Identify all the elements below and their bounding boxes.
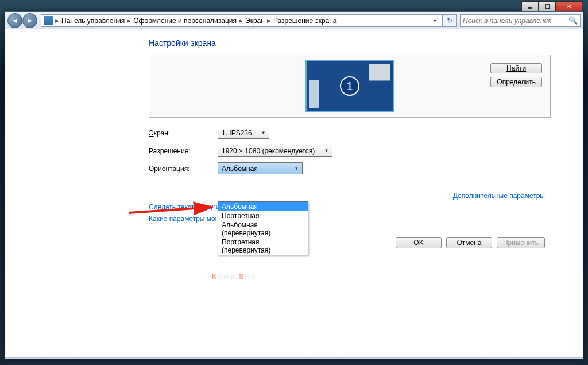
caption-buttons: ✕: [521, 1, 582, 11]
orientation-option[interactable]: Альбомная: [218, 202, 308, 211]
screen-combo-value: 1. IPS236: [222, 129, 252, 137]
refresh-button[interactable]: ↻: [443, 14, 457, 27]
breadcrumb-item[interactable]: Экран: [245, 17, 265, 25]
breadcrumb-item[interactable]: Разрешение экрана: [273, 17, 337, 25]
divider: [149, 231, 545, 231]
chevron-down-icon: ▼: [323, 147, 330, 154]
monitor-number: 1: [340, 76, 359, 96]
search-box[interactable]: 🔍: [460, 14, 581, 27]
ok-button[interactable]: OK: [396, 237, 442, 248]
text-size-link[interactable]: Сделать текст и другие: [149, 203, 223, 211]
orientation-combo[interactable]: Альбомная ▼: [218, 162, 303, 174]
content-area: Настройки экрана 1 Найти Определить Экра…: [5, 29, 583, 359]
navigation-bar: ◄ ► ▶ Панель управления ▶ Оформление и п…: [5, 12, 583, 29]
detect-button[interactable]: Определить: [490, 77, 542, 87]
orientation-label: Ориентация:: [149, 165, 218, 173]
breadcrumb-item[interactable]: Панель управления: [61, 17, 125, 25]
orientation-dropdown-list: Альбомная Портретная Альбомная (переверн…: [218, 201, 308, 255]
address-bar[interactable]: ▶ Панель управления ▶ Оформление и персо…: [41, 14, 443, 27]
chevron-right-icon: ▶: [239, 18, 243, 24]
search-input[interactable]: [463, 17, 568, 25]
orientation-option[interactable]: Портретная (перевернутая): [218, 238, 308, 255]
resolution-combo-value: 1920 × 1080 (рекомендуется): [222, 147, 315, 155]
close-button[interactable]: ✕: [556, 1, 582, 11]
breadcrumb-item[interactable]: Оформление и персонализация: [133, 17, 237, 25]
explorer-window: ✕ ◄ ► ▶ Панель управления ▶ Оформление и…: [5, 11, 583, 359]
minimize-button[interactable]: [521, 1, 539, 11]
chevron-right-icon: ▶: [267, 18, 271, 24]
control-panel-icon: [44, 16, 53, 25]
screen-combo[interactable]: 1. IPS236 ▼: [218, 127, 269, 139]
taskbar-thumb-icon: [309, 80, 319, 108]
orientation-option[interactable]: Портретная: [218, 211, 308, 220]
find-button[interactable]: Найти: [490, 63, 542, 73]
maximize-button[interactable]: [539, 1, 556, 11]
window-thumb-icon: [369, 64, 390, 81]
cancel-button[interactable]: Отмена: [446, 237, 492, 248]
window-bottom-border: [5, 357, 583, 359]
chevron-right-icon: ▶: [127, 18, 131, 24]
orientation-option[interactable]: Альбомная (перевернутая): [218, 220, 308, 238]
chevron-right-icon: ▶: [55, 18, 59, 24]
search-icon: 🔍: [568, 16, 578, 25]
chevron-down-icon: ▼: [260, 129, 267, 137]
display-preview: 1 Найти Определить: [149, 55, 551, 118]
page-title: Настройки экрана: [149, 38, 551, 48]
resolution-label: Разрешение:: [149, 147, 218, 155]
orientation-combo-value: Альбомная: [222, 165, 258, 173]
screen-label: Экран:: [149, 129, 218, 137]
resolution-combo[interactable]: 1920 × 1080 (рекомендуется) ▼: [218, 145, 332, 157]
advanced-settings-link[interactable]: Дополнительные параметры: [453, 192, 545, 200]
address-dropdown-button[interactable]: ▾: [430, 15, 440, 26]
monitor-thumbnail-1[interactable]: 1: [305, 60, 394, 112]
forward-button[interactable]: ►: [22, 13, 37, 28]
chevron-down-icon: ▼: [293, 165, 300, 172]
back-button[interactable]: ◄: [7, 13, 22, 28]
apply-button[interactable]: Применить: [497, 237, 545, 248]
